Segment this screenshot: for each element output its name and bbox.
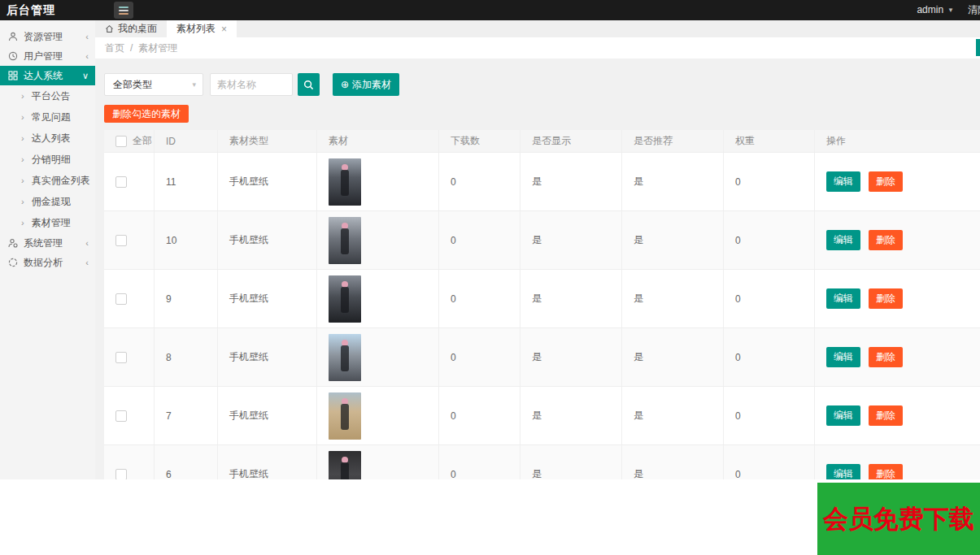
sidebar-subitem-commission-withdraw[interactable]: › 佣金提现 <box>0 191 95 212</box>
sidebar-subitem-real-commission-list[interactable]: › 真实佣金列表 <box>0 170 95 191</box>
material-thumbnail[interactable] <box>329 334 361 381</box>
cell-visible: 是 <box>520 387 622 444</box>
sidebar-subitem-distribution-detail[interactable]: › 分销明细 <box>0 149 95 170</box>
user-icon <box>8 32 18 41</box>
table-row: 6 手机壁纸 0 是 是 0 编辑 删除 <box>104 445 980 479</box>
delete-button[interactable]: 删除 <box>869 288 903 309</box>
arrow-right-icon: › <box>21 133 24 143</box>
sidebar-subitem-talent-list[interactable]: › 达人列表 <box>0 128 95 149</box>
row-checkbox[interactable] <box>115 410 127 422</box>
sidebar-subitem-label: 平台公告 <box>32 89 71 103</box>
close-icon[interactable]: × <box>221 24 227 35</box>
cell-weight: 0 <box>724 270 815 327</box>
cell-recommended: 是 <box>622 328 724 386</box>
cell-type: 手机壁纸 <box>218 445 317 479</box>
row-checkbox[interactable] <box>115 352 127 363</box>
watermark-text: 会员免费下载 <box>823 502 974 536</box>
table-row: 9 手机壁纸 0 是 是 0 编辑 删除 <box>104 270 980 328</box>
delete-button[interactable]: 删除 <box>869 464 903 479</box>
page: 后台管理 admin ▼ 清除缓存 资源管理 ‹ 用户管理 ‹ 达人系统 ∨ ›… <box>0 0 980 555</box>
row-checkbox[interactable] <box>115 176 127 188</box>
delete-button[interactable]: 删除 <box>869 171 903 192</box>
table-row: 8 手机壁纸 0 是 是 0 编辑 删除 <box>104 328 980 387</box>
tab-material-list[interactable]: 素材列表 × <box>167 20 237 37</box>
sidebar-subitem-label: 佣金提现 <box>32 195 71 209</box>
edit-button[interactable]: 编辑 <box>826 347 860 367</box>
cell-weight: 0 <box>724 211 815 269</box>
cell-visible: 是 <box>520 328 622 386</box>
arrow-right-icon: › <box>21 218 24 228</box>
material-thumbnail[interactable] <box>329 392 361 440</box>
cell-downloads: 0 <box>439 211 520 269</box>
tab-label: 我的桌面 <box>118 22 157 36</box>
sidebar-item-data-analysis[interactable]: 数据分析 ‹ <box>0 253 95 272</box>
sidebar-subitem-faq[interactable]: › 常见问题 <box>0 106 95 128</box>
add-material-label: 添加素材 <box>352 78 391 92</box>
breadcrumb-home[interactable]: 首页 <box>105 41 124 55</box>
sidebar-subitem-label: 常见问题 <box>32 111 71 124</box>
sidebar-item-system[interactable]: 系统管理 ‹ <box>0 233 95 253</box>
column-header-type: 素材类型 <box>218 130 317 152</box>
delete-button[interactable]: 删除 <box>869 347 903 367</box>
tab-my-desktop[interactable]: 我的桌面 <box>95 20 167 37</box>
table-header-row: 全部 ID 素材类型 素材 下载数 是否显示 是否推荐 权重 操作 <box>104 130 980 153</box>
sidebar-subitem-platform-notice[interactable]: › 平台公告 <box>0 85 95 106</box>
select-all-checkbox[interactable] <box>115 136 127 147</box>
edit-button[interactable]: 编辑 <box>826 464 860 479</box>
cell-type: 手机壁纸 <box>218 153 317 210</box>
cell-id: 11 <box>155 153 218 210</box>
cell-id: 8 <box>155 328 218 386</box>
clipped-edge-button[interactable] <box>976 39 980 56</box>
material-name-input[interactable] <box>210 73 293 96</box>
cell-visible: 是 <box>520 270 622 327</box>
caret-down-icon: ▼ <box>947 0 954 20</box>
edit-button[interactable]: 编辑 <box>826 288 860 309</box>
delete-checked-button[interactable]: 删除勾选的素材 <box>104 105 189 123</box>
cell-recommended: 是 <box>622 211 724 269</box>
cell-visible: 是 <box>520 445 622 479</box>
edit-button[interactable]: 编辑 <box>826 405 860 426</box>
material-thumbnail[interactable] <box>329 451 361 480</box>
delete-button[interactable]: 删除 <box>869 230 903 250</box>
cell-recommended: 是 <box>622 387 724 444</box>
user-gear-icon <box>8 238 18 248</box>
add-material-button[interactable]: ⊕ 添加素材 <box>333 73 399 96</box>
sidebar-subitem-label: 分销明细 <box>32 153 71 167</box>
material-thumbnail[interactable] <box>329 275 361 323</box>
cell-visible: 是 <box>520 211 622 269</box>
hamburger-menu-icon[interactable] <box>114 2 133 19</box>
cell-type: 手机壁纸 <box>218 328 317 386</box>
delete-button[interactable]: 删除 <box>869 405 903 426</box>
row-checkbox[interactable] <box>115 293 127 305</box>
cell-weight: 0 <box>724 445 815 479</box>
cell-weight: 0 <box>724 387 815 444</box>
column-header-weight: 权重 <box>724 130 815 152</box>
edit-button[interactable]: 编辑 <box>826 171 860 192</box>
search-button[interactable] <box>298 73 320 96</box>
dropdown-arrow-icon: ▾ <box>192 80 196 89</box>
cell-downloads: 0 <box>439 153 520 210</box>
edit-button[interactable]: 编辑 <box>826 230 860 250</box>
user-menu[interactable]: admin ▼ <box>917 0 954 20</box>
cell-id: 7 <box>155 387 218 444</box>
material-thumbnail[interactable] <box>329 158 361 206</box>
row-checkbox[interactable] <box>115 235 127 246</box>
cell-type: 手机壁纸 <box>218 211 317 269</box>
cell-recommended: 是 <box>622 445 724 479</box>
cell-downloads: 0 <box>439 270 520 327</box>
sidebar-item-label: 数据分析 <box>24 256 63 270</box>
top-header: 后台管理 admin ▼ 清除缓存 <box>0 0 980 20</box>
material-thumbnail[interactable] <box>329 217 361 264</box>
sidebar-item-users[interactable]: 用户管理 ‹ <box>0 46 95 66</box>
sidebar-item-label: 达人系统 <box>24 69 63 83</box>
arrow-right-icon: › <box>21 91 24 101</box>
username: admin <box>917 0 943 20</box>
sidebar-subitem-material-management[interactable]: › 素材管理 <box>0 212 95 233</box>
type-filter-select[interactable]: 全部类型 ▾ <box>104 73 203 96</box>
sidebar-item-label: 用户管理 <box>24 50 63 63</box>
breadcrumb-separator: / <box>130 42 133 54</box>
row-checkbox[interactable] <box>115 469 127 480</box>
sidebar-item-talent-system[interactable]: 达人系统 ∨ <box>0 66 95 85</box>
clear-cache-link[interactable]: 清除缓存 <box>968 0 980 20</box>
sidebar-item-resources[interactable]: 资源管理 ‹ <box>0 27 95 46</box>
